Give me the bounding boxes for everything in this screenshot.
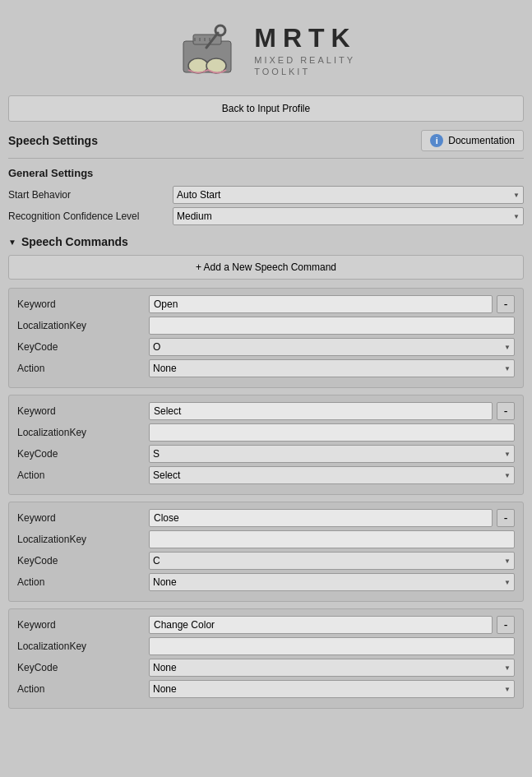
command-3-action-select[interactable]: None Select xyxy=(149,680,515,698)
speech-commands-header: ▼ Speech Commands xyxy=(8,235,524,248)
command-0-localization-row: LocalizationKey xyxy=(17,317,515,335)
command-2-remove-button[interactable]: - xyxy=(497,509,515,527)
command-0-keyword-input-wrapper: - xyxy=(149,295,515,313)
command-0-action-label: Action xyxy=(17,363,149,374)
command-2-localization-input[interactable] xyxy=(149,530,515,548)
command-1-action-label: Action xyxy=(17,469,149,481)
command-1-keycode-select-wrapper: S None xyxy=(149,445,515,463)
command-0-keycode-select[interactable]: O None xyxy=(149,338,515,356)
divider xyxy=(8,158,524,159)
speech-commands-title: Speech Commands xyxy=(21,235,128,248)
brand-sub2: TOOLKIT xyxy=(254,67,356,76)
command-1-localization-label: LocalizationKey xyxy=(17,427,149,438)
command-0-localization-input[interactable] xyxy=(149,317,515,335)
command-2-action-select-wrapper: None Select xyxy=(149,573,515,591)
start-behavior-label: Start Behavior xyxy=(8,189,173,201)
command-0-keycode-select-wrapper: O None xyxy=(149,338,515,356)
command-0-action-select[interactable]: None Select xyxy=(149,359,515,377)
command-0-keyword-label: Keyword xyxy=(17,298,149,310)
command-0-keyword-input[interactable] xyxy=(149,295,493,313)
command-1-localization-input[interactable] xyxy=(149,423,515,442)
command-1-localization-row: LocalizationKey xyxy=(17,423,515,442)
command-2-action-label: Action xyxy=(17,576,149,588)
svg-point-6 xyxy=(215,25,225,35)
command-2-keycode-label: KeyCode xyxy=(17,555,149,567)
command-2-action-row: Action None Select xyxy=(17,573,515,591)
mrtk-logo-icon xyxy=(175,16,241,82)
command-3-keycode-select[interactable]: None C xyxy=(149,659,515,677)
start-behavior-select-wrapper: Auto Start Manual Start xyxy=(173,186,524,204)
recognition-confidence-row: Recognition Confidence Level Low Medium … xyxy=(8,207,524,225)
command-0-keycode-row: KeyCode O None xyxy=(17,338,515,356)
app-header: MRTK MIXED REALITY TOOLKIT xyxy=(0,0,532,95)
command-0-remove-button[interactable]: - xyxy=(497,295,515,313)
command-3-localization-row: LocalizationKey xyxy=(17,637,515,655)
command-3-keyword-input[interactable] xyxy=(149,616,493,634)
command-3-keycode-row: KeyCode None C xyxy=(17,659,515,677)
command-1-keyword-label: Keyword xyxy=(17,405,149,417)
command-2-keyword-row: Keyword - xyxy=(17,509,515,527)
brand-title: MRTK xyxy=(254,23,356,53)
command-3-action-label: Action xyxy=(17,683,149,695)
command-3-keyword-input-wrapper: - xyxy=(149,616,515,634)
general-settings-section: General Settings Start Behavior Auto Sta… xyxy=(8,167,524,225)
documentation-button[interactable]: i Documentation xyxy=(421,130,524,151)
command-2-keycode-row: KeyCode C None xyxy=(17,552,515,570)
recognition-confidence-select[interactable]: Low Medium High xyxy=(173,207,524,225)
add-speech-command-button[interactable]: + Add a New Speech Command xyxy=(8,255,524,280)
command-1-action-select[interactable]: None Select xyxy=(149,466,515,484)
info-icon: i xyxy=(430,134,443,147)
command-3-keycode-select-wrapper: None C xyxy=(149,659,515,677)
brand-text: MRTK MIXED REALITY TOOLKIT xyxy=(254,23,356,76)
general-settings-title: General Settings xyxy=(8,167,524,179)
command-0-keyword-row: Keyword - xyxy=(17,295,515,313)
recognition-confidence-label: Recognition Confidence Level xyxy=(8,210,173,222)
recognition-confidence-select-wrapper: Low Medium High xyxy=(173,207,524,225)
command-2-keycode-select-wrapper: C None xyxy=(149,552,515,570)
command-3-remove-button[interactable]: - xyxy=(497,616,515,634)
command-1-keycode-label: KeyCode xyxy=(17,448,149,460)
command-1-keycode-select[interactable]: S None xyxy=(149,445,515,463)
command-1-keyword-row: Keyword - xyxy=(17,402,515,420)
command-0-localization-label: LocalizationKey xyxy=(17,320,149,331)
command-1-keyword-input-wrapper: - xyxy=(149,402,515,420)
command-card-1: Keyword - LocalizationKey KeyCode S None xyxy=(8,395,524,495)
command-3-action-row: Action None Select xyxy=(17,680,515,698)
command-2-keycode-select[interactable]: C None xyxy=(149,552,515,570)
main-content: Back to Input Profile Speech Settings i … xyxy=(0,95,532,724)
command-1-keycode-row: KeyCode S None xyxy=(17,445,515,463)
start-behavior-row: Start Behavior Auto Start Manual Start xyxy=(8,186,524,204)
command-card-3: Keyword - LocalizationKey KeyCode None C xyxy=(8,608,524,709)
command-2-action-select[interactable]: None Select xyxy=(149,573,515,591)
command-2-localization-row: LocalizationKey xyxy=(17,530,515,548)
command-1-action-select-wrapper: None Select xyxy=(149,466,515,484)
collapse-triangle-icon: ▼ xyxy=(8,238,16,247)
back-to-input-profile-button[interactable]: Back to Input Profile xyxy=(8,95,524,122)
doc-button-label: Documentation xyxy=(448,135,515,146)
command-2-keyword-input[interactable] xyxy=(149,509,493,527)
command-card-2: Keyword - LocalizationKey KeyCode C None xyxy=(8,502,524,602)
command-1-remove-button[interactable]: - xyxy=(497,402,515,420)
command-3-localization-label: LocalizationKey xyxy=(17,641,149,652)
command-2-keyword-label: Keyword xyxy=(17,512,149,524)
command-0-action-select-wrapper: None Select xyxy=(149,359,515,377)
command-3-keycode-label: KeyCode xyxy=(17,662,149,673)
command-0-action-row: Action None Select xyxy=(17,359,515,377)
command-2-keyword-input-wrapper: - xyxy=(149,509,515,527)
command-3-localization-input[interactable] xyxy=(149,637,515,655)
command-0-keycode-label: KeyCode xyxy=(17,341,149,353)
start-behavior-select[interactable]: Auto Start Manual Start xyxy=(173,186,524,204)
brand-sub1: MIXED REALITY xyxy=(254,55,356,65)
command-1-keyword-input[interactable] xyxy=(149,402,493,420)
command-3-keyword-label: Keyword xyxy=(17,619,149,631)
command-card-0: Keyword - LocalizationKey KeyCode O None xyxy=(8,288,524,388)
speech-settings-title: Speech Settings xyxy=(8,134,98,147)
command-1-action-row: Action None Select xyxy=(17,466,515,484)
command-3-action-select-wrapper: None Select xyxy=(149,680,515,698)
command-3-keyword-row: Keyword - xyxy=(17,616,515,634)
speech-commands-section: ▼ Speech Commands + Add a New Speech Com… xyxy=(8,235,524,709)
command-2-localization-label: LocalizationKey xyxy=(17,534,149,545)
speech-settings-header-row: Speech Settings i Documentation xyxy=(8,130,524,151)
